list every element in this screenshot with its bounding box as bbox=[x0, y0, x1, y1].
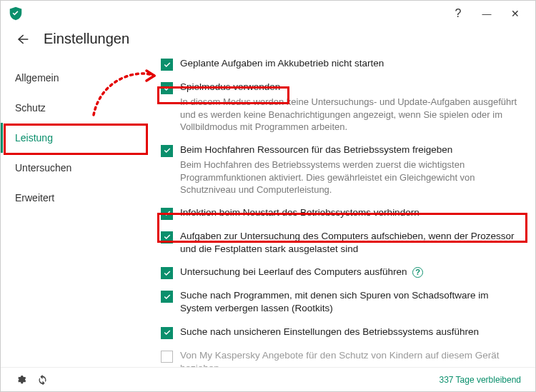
checkbox-icon[interactable] bbox=[161, 291, 173, 303]
option-kaspersky-kids: Von My Kaspersky Angebote für den Schutz… bbox=[161, 349, 522, 367]
refresh-icon[interactable] bbox=[36, 374, 48, 386]
checkbox-icon[interactable] bbox=[161, 267, 173, 279]
page-title: Einstellungen bbox=[44, 31, 129, 47]
option-insecure-settings: Suche nach unsicheren Einstellungen des … bbox=[161, 326, 522, 339]
window-controls: ? — ✕ bbox=[444, 2, 530, 25]
option-label: Untersuchung bei Leerlauf des Computers … bbox=[180, 266, 522, 278]
help-circle-icon[interactable]: ? bbox=[412, 267, 423, 278]
titlebar-left bbox=[8, 6, 24, 21]
option-description: Beim Hochfahren des Betriebssystems werd… bbox=[180, 159, 522, 196]
option-infection-restart: Infektion beim Neustart des Betriebssyst… bbox=[161, 206, 522, 220]
checkbox-icon[interactable] bbox=[161, 82, 173, 94]
option-description: In diesem Modus werden keine Untersuchun… bbox=[180, 96, 522, 134]
checkbox-icon[interactable] bbox=[161, 327, 173, 339]
main-body: Allgemein Schutz Leistung Untersuchen Er… bbox=[1, 57, 535, 367]
option-label: Spielmodus verwenden bbox=[180, 81, 522, 94]
back-arrow-icon[interactable] bbox=[15, 32, 29, 46]
sidebar: Allgemein Schutz Leistung Untersuchen Er… bbox=[1, 57, 151, 367]
option-label: Beim Hochfahren Ressourcen für das Betri… bbox=[180, 144, 522, 156]
statusbar-left bbox=[15, 374, 48, 386]
sidebar-item-schutz[interactable]: Schutz bbox=[1, 93, 151, 123]
gear-icon[interactable] bbox=[15, 374, 26, 386]
option-label: Suche nach Programmen, mit denen sich Sp… bbox=[180, 289, 522, 315]
app-window: ? — ✕ Einstellungen Allgemein Schutz Lei… bbox=[0, 0, 536, 392]
option-game-mode: Spielmodus verwenden In diesem Modus wer… bbox=[161, 81, 522, 134]
checkbox-icon[interactable] bbox=[161, 231, 173, 243]
brand-shield-icon bbox=[8, 6, 24, 21]
checkbox-icon[interactable] bbox=[161, 59, 173, 71]
checkbox-icon[interactable] bbox=[161, 208, 173, 220]
titlebar: ? — ✕ bbox=[1, 1, 535, 26]
option-boot-resources: Beim Hochfahren Ressourcen für das Betri… bbox=[161, 144, 522, 196]
option-label: Geplante Aufgaben im Akkubetrieb nicht s… bbox=[180, 57, 522, 70]
sidebar-item-untersuchen[interactable]: Untersuchen bbox=[1, 153, 151, 183]
option-label-text: Untersuchung bei Leerlauf des Computers … bbox=[180, 266, 407, 277]
checkbox-icon bbox=[161, 351, 173, 363]
statusbar: 337 Tage verbleibend bbox=[1, 367, 535, 391]
option-postpone-scan: Aufgaben zur Untersuchung des Computers … bbox=[161, 230, 522, 256]
help-button[interactable]: ? bbox=[444, 2, 472, 25]
sidebar-item-leistung[interactable]: Leistung bbox=[1, 123, 151, 153]
option-rootkits: Suche nach Programmen, mit denen sich Sp… bbox=[161, 289, 522, 315]
status-remaining: 337 Tage verbleibend bbox=[439, 375, 521, 385]
option-idle-scan: Untersuchung bei Leerlauf des Computers … bbox=[161, 266, 522, 279]
sidebar-item-erweitert[interactable]: Erweitert bbox=[1, 183, 151, 213]
option-label: Aufgaben zur Untersuchung des Computers … bbox=[180, 230, 522, 256]
sidebar-item-allgemein[interactable]: Allgemein bbox=[1, 63, 151, 93]
option-scheduled-battery: Geplante Aufgaben im Akkubetrieb nicht s… bbox=[161, 57, 522, 71]
minimize-button[interactable]: — bbox=[472, 2, 501, 25]
page-header: Einstellungen bbox=[1, 26, 535, 57]
option-label: Infektion beim Neustart des Betriebssyst… bbox=[180, 206, 522, 219]
content-panel: Geplante Aufgaben im Akkubetrieb nicht s… bbox=[151, 57, 535, 367]
close-button[interactable]: ✕ bbox=[501, 2, 530, 25]
option-label: Von My Kaspersky Angebote für den Schutz… bbox=[180, 349, 522, 367]
option-label: Suche nach unsicheren Einstellungen des … bbox=[180, 326, 522, 338]
checkbox-icon[interactable] bbox=[161, 145, 173, 157]
